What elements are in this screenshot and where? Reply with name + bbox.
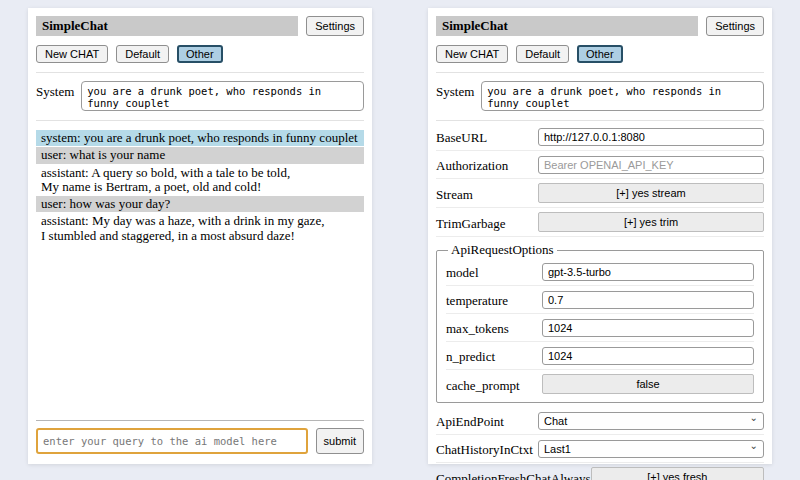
setting-row-baseurl: BaseURL: [436, 123, 764, 151]
system-label: System: [36, 81, 74, 100]
submit-button[interactable]: submit: [316, 428, 364, 454]
setting-row-temperature: temperature: [446, 286, 754, 314]
setting-row-stream: Stream [+] yes stream: [436, 179, 764, 208]
system-label: System: [436, 81, 474, 100]
api-request-options-legend: ApiRequestOptions: [448, 242, 557, 258]
app-title: SimpleChat: [36, 16, 298, 36]
api-request-options-group: ApiRequestOptions model temperature max_…: [436, 242, 764, 403]
empty-space: [36, 244, 364, 420]
cache-prompt-toggle-button[interactable]: false: [542, 374, 754, 394]
header: SimpleChat Settings: [436, 16, 764, 36]
completion-fresh-toggle-button[interactable]: [+] yes fresh: [591, 467, 764, 480]
settings-button[interactable]: Settings: [706, 16, 764, 36]
setting-row-model: model: [446, 258, 754, 286]
new-chat-button[interactable]: New CHAT: [36, 45, 108, 63]
setting-row-n-predict: n_predict: [446, 342, 754, 370]
system-prompt-row: System you are a drunk poet, who respond…: [436, 73, 764, 121]
trimgarbage-toggle-button[interactable]: [+] yes trim: [538, 212, 764, 232]
session-tab-default[interactable]: Default: [516, 45, 569, 63]
chat-message-list: system: you are a drunk poet, who respon…: [36, 130, 364, 244]
setting-row-max-tokens: max_tokens: [446, 314, 754, 342]
system-prompt-input[interactable]: you are a drunk poet, who responds in fu…: [481, 81, 764, 111]
settings-button[interactable]: Settings: [306, 16, 364, 36]
max-tokens-input[interactable]: [542, 319, 754, 337]
setting-label: Authorization: [436, 155, 508, 174]
chat-history-select[interactable]: Last1: [538, 440, 764, 458]
system-prompt-row: System you are a drunk poet, who respond…: [36, 73, 364, 121]
chat-message-user: user: how was your day?: [36, 196, 364, 212]
settings-list: BaseURL Authorization Stream [+] yes str…: [436, 123, 764, 480]
session-tab-other[interactable]: Other: [177, 45, 223, 63]
setting-label: ChatHistoryInCtxt: [436, 439, 533, 458]
chat-toolbar: New CHAT Default Other: [436, 45, 764, 73]
stream-toggle-button[interactable]: [+] yes stream: [538, 183, 764, 203]
chat-history-select-wrap: Last1 ⌄: [538, 440, 764, 458]
chat-message-assistant: assistant: My day was a haze, with a dri…: [36, 213, 364, 244]
setting-label: temperature: [446, 290, 508, 309]
setting-row-cache-prompt: cache_prompt false: [446, 370, 754, 398]
setting-row-completionfreshchatalways: CompletionFreshChatAlways [+] yes fresh: [436, 463, 764, 480]
chat-message-system: system: you are a drunk poet, who respon…: [36, 130, 364, 146]
setting-label: ApiEndPoint: [436, 411, 504, 430]
setting-row-chathistoryinctxt: ChatHistoryInCtxt Last1 ⌄: [436, 435, 764, 463]
n-predict-input[interactable]: [542, 347, 754, 365]
setting-row-apiendpoint: ApiEndPoint Chat ⌄: [436, 407, 764, 435]
system-prompt-input[interactable]: you are a drunk poet, who responds in fu…: [81, 81, 364, 111]
temperature-input[interactable]: [542, 291, 754, 309]
new-chat-button[interactable]: New CHAT: [436, 45, 508, 63]
header: SimpleChat Settings: [36, 16, 364, 36]
chat-panel: SimpleChat Settings New CHAT Default Oth…: [28, 8, 372, 464]
session-tab-default[interactable]: Default: [116, 45, 169, 63]
setting-label: n_predict: [446, 346, 495, 365]
chat-toolbar: New CHAT Default Other: [36, 45, 364, 73]
setting-row-trimgarbage: TrimGarbage [+] yes trim: [436, 208, 764, 237]
chat-message-user: user: what is your name: [36, 147, 364, 163]
setting-label: Stream: [436, 184, 473, 203]
api-endpoint-select-wrap: Chat ⌄: [538, 412, 764, 430]
setting-row-authorization: Authorization: [436, 151, 764, 179]
setting-label: BaseURL: [436, 127, 487, 146]
api-endpoint-select[interactable]: Chat: [538, 412, 764, 430]
setting-label: TrimGarbage: [436, 213, 506, 232]
setting-label: CompletionFreshChatAlways: [436, 468, 591, 480]
app-title: SimpleChat: [436, 16, 698, 36]
chat-message-assistant: assistant: A query so bold, with a tale …: [36, 165, 364, 196]
setting-label: model: [446, 262, 479, 281]
authorization-input[interactable]: [538, 156, 764, 174]
model-input[interactable]: [542, 263, 754, 281]
settings-panel: SimpleChat Settings New CHAT Default Oth…: [428, 8, 772, 464]
setting-label: cache_prompt: [446, 375, 520, 394]
query-input[interactable]: [36, 428, 308, 454]
baseurl-input[interactable]: [538, 128, 764, 146]
session-tab-other[interactable]: Other: [577, 45, 623, 63]
query-bar: submit: [36, 420, 364, 454]
setting-label: max_tokens: [446, 318, 509, 337]
